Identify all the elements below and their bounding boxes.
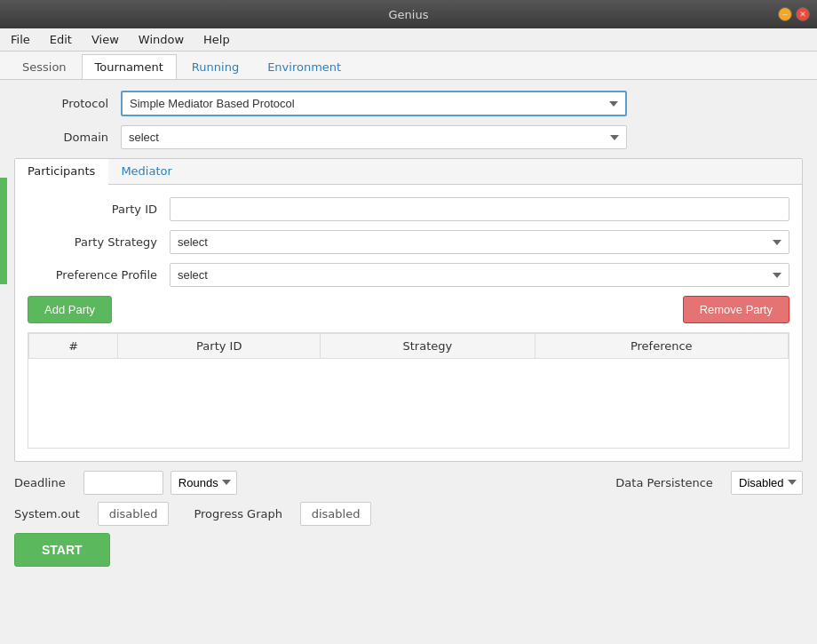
main-content: Protocol Simple Mediator Based Protocol …: [0, 80, 817, 644]
party-strategy-label: Party Strategy: [28, 235, 170, 249]
close-button[interactable]: ✕: [796, 7, 810, 21]
add-party-button[interactable]: Add Party: [28, 296, 112, 323]
menu-file[interactable]: File: [5, 31, 36, 48]
tab-tournament[interactable]: Tournament: [82, 54, 177, 79]
window-title: Genius: [389, 8, 429, 21]
start-row: START: [14, 533, 803, 567]
preference-profile-select[interactable]: select: [170, 263, 789, 287]
deadline-row: Deadline Rounds Time Data Persistence Di…: [14, 471, 803, 495]
tab-environment[interactable]: Environment: [254, 54, 354, 79]
tab-running[interactable]: Running: [178, 54, 252, 79]
panel-tab-participants[interactable]: Participants: [15, 159, 108, 185]
table-empty-row: [29, 359, 789, 448]
menu-bar: File Edit View Window Help: [0, 28, 817, 52]
party-table-container: # Party ID Strategy Preference: [28, 332, 789, 449]
party-id-label: Party ID: [28, 203, 170, 216]
bottom-controls: Deadline Rounds Time Data Persistence Di…: [14, 471, 803, 567]
window-controls: − ✕: [778, 7, 810, 21]
table-body: [29, 359, 789, 448]
table-header: # Party ID Strategy Preference: [29, 334, 789, 359]
deadline-input[interactable]: [83, 471, 163, 495]
deadline-unit-select[interactable]: Rounds Time: [171, 471, 237, 495]
protocol-label: Protocol: [14, 97, 121, 110]
party-table: # Party ID Strategy Preference: [28, 333, 789, 448]
domain-label: Domain: [14, 131, 121, 144]
panel-body: Party ID Party Strategy select Preferenc…: [15, 185, 802, 461]
system-out-value: disabled: [98, 502, 169, 526]
party-button-row: Add Party Remove Party: [28, 296, 789, 323]
table-header-row: # Party ID Strategy Preference: [29, 334, 789, 359]
protocol-row: Protocol Simple Mediator Based Protocol: [14, 91, 803, 116]
tab-bar: Session Tournament Running Environment: [0, 52, 817, 80]
party-strategy-row: Party Strategy select: [28, 230, 789, 254]
domain-select[interactable]: select: [121, 125, 627, 149]
remove-party-button[interactable]: Remove Party: [683, 296, 789, 323]
preference-profile-row: Preference Profile select: [28, 263, 789, 287]
tab-session[interactable]: Session: [9, 54, 80, 79]
minimize-button[interactable]: −: [778, 7, 792, 21]
participants-panel: Participants Mediator Party ID Party Str…: [14, 158, 803, 462]
panel-tab-bar: Participants Mediator: [15, 159, 802, 185]
system-out-label: System.out: [14, 507, 80, 521]
menu-view[interactable]: View: [86, 31, 124, 48]
protocol-select[interactable]: Simple Mediator Based Protocol: [121, 91, 627, 116]
progress-graph-value: disabled: [300, 502, 371, 526]
domain-row: Domain select: [14, 125, 803, 149]
menu-help[interactable]: Help: [198, 31, 235, 48]
title-bar: Genius − ✕: [0, 0, 817, 28]
output-row: System.out disabled Progress Graph disab…: [14, 502, 803, 526]
start-button[interactable]: START: [14, 533, 110, 567]
party-id-input[interactable]: [170, 197, 789, 221]
left-strip: [0, 178, 7, 284]
col-strategy: Strategy: [321, 334, 535, 359]
deadline-label: Deadline: [14, 476, 66, 489]
col-preference: Preference: [535, 334, 788, 359]
data-persistence-select[interactable]: Disabled Enabled: [731, 471, 803, 495]
progress-graph-label: Progress Graph: [194, 507, 282, 521]
panel-tab-mediator[interactable]: Mediator: [108, 159, 185, 184]
col-hash: #: [29, 334, 118, 359]
menu-window[interactable]: Window: [133, 31, 189, 48]
data-persistence-label: Data Persistence: [615, 476, 713, 489]
col-party-id: Party ID: [118, 334, 321, 359]
preference-profile-label: Preference Profile: [28, 268, 170, 282]
party-strategy-select[interactable]: select: [170, 230, 789, 254]
menu-edit[interactable]: Edit: [44, 31, 77, 48]
party-id-row: Party ID: [28, 197, 789, 221]
